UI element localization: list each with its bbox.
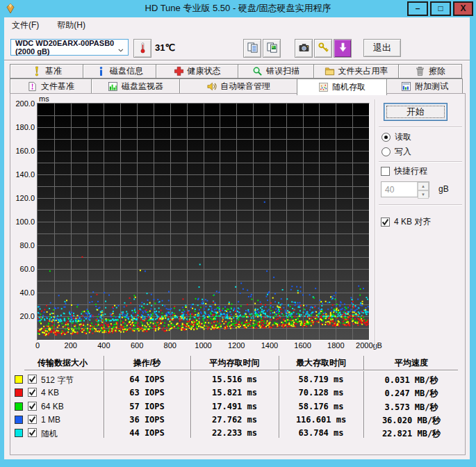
exit-button[interactable]: 退出 [363,39,401,57]
spin-up-button[interactable]: ▲ [418,182,429,190]
controls-separator [375,99,376,348]
series-color-swatch [15,402,23,411]
copy-image-button[interactable] [263,39,281,58]
health-icon [174,66,184,76]
y-tick-label: 100.0 [10,218,35,226]
stat-iops: 64 IOPS [104,375,190,384]
keys-icon [318,42,329,56]
tab-disk-info[interactable]: 磁盘信息 [83,64,156,79]
stat-avg-access-time: 22.233 ms [190,428,279,438]
tab-label-random-access: 随机存取 [332,81,366,93]
start-button[interactable]: 开始 [384,103,448,121]
stat-avg-access-time: 15.821 ms [190,388,279,398]
extra-tests-icon [401,81,411,92]
x-tick-label: 2000gB [356,341,382,350]
table-header-rule [24,370,458,371]
tab-aam[interactable]: 自动噪音管理 [179,79,297,94]
x-tick-label: 1200 [228,341,245,350]
stats-header-4: 平均速度 [363,357,459,369]
tab-label-error-scan: 错误扫描 [266,65,299,77]
y-tick-label: 40.0 [10,288,35,297]
minimize-button[interactable]: – [407,1,428,16]
series-label: 随机 [41,428,58,440]
series-checkbox[interactable] [28,428,37,437]
close-button[interactable]: X [453,1,473,16]
stat-max-access-time: 70.128 ms [279,388,363,398]
align-4kb-label: 4 KB 对齐 [394,216,431,228]
maximize-button[interactable]: □ [430,1,451,16]
series-label: 1 MB [41,415,60,425]
series-checkbox[interactable] [28,388,37,397]
read-radio[interactable]: 读取 [381,131,411,143]
copy-text-button[interactable] [243,39,261,58]
stat-avg-speed: 3.573 MB/秒 [363,402,459,413]
series-color-swatch [15,416,23,424]
tab-extra-tests[interactable]: 附加测试 [386,79,463,94]
stat-avg-access-time: 17.491 ms [190,402,279,411]
series-checkbox[interactable] [28,402,37,411]
y-tick-label: 80.0 [10,241,35,249]
menu-file[interactable]: 文件(F) [6,17,45,32]
tab-random-access[interactable]: 随机存取 [297,79,387,95]
short-stroke-size-input[interactable]: 40 ▲ ▼ [381,181,429,197]
options-button[interactable] [314,39,332,58]
short-stroke-checkbox[interactable]: 快捷行程 [381,165,427,177]
x-tick-label: 1400 [261,341,278,350]
tab-benchmark[interactable]: 基准 [10,64,83,79]
tab-folder-usage[interactable]: 文件夹占用率 [313,64,399,79]
stat-iops: 36 IOPS [104,415,190,425]
stat-max-access-time: 63.784 ms [279,428,363,438]
temperature-button[interactable] [133,39,151,58]
error-scan-icon [252,66,263,76]
copy-image-icon [266,42,278,56]
camera-icon [298,42,310,56]
series-checkbox[interactable] [28,375,37,384]
tab-erase[interactable]: 擦除 [398,64,462,79]
toolbar-separator [4,60,470,61]
separator [379,204,462,206]
tab-file-benchmark[interactable]: 文件基准 [10,79,92,94]
stats-header-1: 操作/秒 [104,357,190,369]
tab-error-scan[interactable]: 错误扫描 [238,64,314,79]
short-stroke-unit-label: gB [438,184,449,194]
screenshot-button[interactable] [295,39,313,58]
x-tick-label: 200 [65,341,77,350]
disk-monitor-icon [108,81,118,92]
tab-disk-monitor[interactable]: 磁盘监视器 [91,79,180,94]
align-4kb-checkbox[interactable]: 4 KB 对齐 [381,216,431,228]
stat-max-access-time: 58.176 ms [279,402,363,411]
aam-icon [206,81,217,92]
series-label: 64 KB [41,402,64,411]
tab-label-disk-info: 磁盘信息 [110,65,143,77]
series-color-swatch [15,375,23,384]
y-tick-label: 160.0 [10,147,35,155]
folder-usage-icon [325,66,335,76]
update-button[interactable] [334,39,352,58]
stat-iops: 63 IOPS [104,388,190,398]
chart-frame [37,103,370,341]
tab-label-extra-tests: 附加测试 [415,81,448,92]
thermometer-icon [137,42,149,56]
tab-label-aam: 自动噪音管理 [220,81,270,92]
tab-label-benchmark: 基准 [45,65,62,77]
tab-health[interactable]: 健康状态 [156,64,238,79]
tab-row-1: 基准磁盘信息健康状态错误扫描文件夹占用率擦除 [10,64,466,79]
stats-header-2: 平均存取时间 [190,357,279,369]
menu-help[interactable]: 帮助(H) [51,17,92,32]
stat-avg-access-time: 27.762 ms [190,415,279,425]
checkbox-unchecked-icon [381,167,390,176]
spin-down-button[interactable]: ▼ [418,190,429,199]
random-access-icon [318,82,329,92]
client-area: 文件(F) 帮助(H) WDC WD20EARX-00PASB0 (2000 g… [4,17,470,459]
tab-page-random-access: ms 200.0180.0160.0140.0120.0100.080.060.… [10,93,466,455]
write-radio[interactable]: 写入 [381,146,411,158]
drive-select[interactable]: WDC WD20EARX-00PASB0 (2000 gB) [10,39,129,56]
drive-select-value: WDC WD20EARX-00PASB0 (2000 gB) [15,39,118,56]
disk-info-icon [96,66,106,76]
x-tick-label: 1600 [294,341,311,350]
series-checkbox[interactable] [28,415,37,424]
app-window: HD Tune 专业版 5.50 - 硬盘/固态硬盘实用程序 – □ X 文件(… [0,0,476,467]
benchmark-icon [31,66,42,76]
short-stroke-size-value: 40 [381,182,417,197]
chevron-down-icon [118,45,124,50]
